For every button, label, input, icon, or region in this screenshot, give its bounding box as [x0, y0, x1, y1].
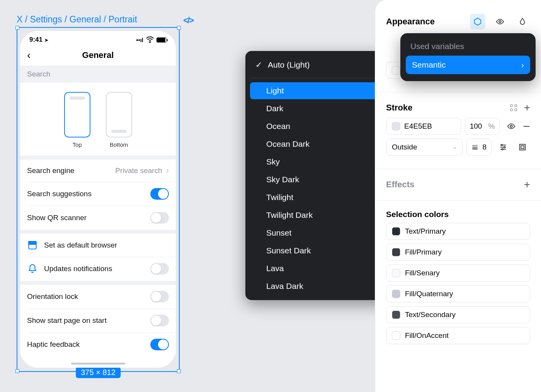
stroke-settings-icon[interactable] — [495, 139, 511, 155]
color-swatch[interactable] — [392, 122, 400, 131]
status-bar: 9:41 ➤ ••ıl — [20, 31, 176, 46]
row-show-qr[interactable]: Show QR scanner — [20, 206, 176, 230]
toggle[interactable] — [150, 188, 169, 200]
stroke-opacity-field[interactable]: 100% — [465, 118, 500, 135]
selection-colors-title: Selection colors — [386, 210, 449, 219]
row-orientation[interactable]: Orientation lock — [20, 285, 176, 309]
svg-point-13 — [501, 144, 503, 146]
svg-marker-4 — [475, 18, 481, 25]
inspector-panel: Appearance + Layer/Fl — [375, 0, 541, 392]
battery-icon — [157, 37, 167, 42]
styles-icon[interactable] — [510, 104, 517, 111]
dev-mode-icon[interactable]: </> — [183, 15, 193, 25]
theme-option[interactable]: Sunset — [250, 224, 386, 241]
theme-option[interactable]: Sunset Dark — [250, 242, 386, 259]
selection-color-pill[interactable]: Fill/Senary — [386, 265, 530, 282]
color-swatch[interactable] — [392, 290, 400, 298]
dimension-badge: 375 × 812 — [76, 367, 121, 378]
appearance-title: Appearance — [386, 17, 435, 27]
selection-color-pill[interactable]: Text/Secondary — [386, 306, 530, 323]
theme-option[interactable]: Twilight Dark — [250, 207, 386, 224]
theme-option[interactable]: Ocean — [250, 118, 386, 135]
phone-mockup: 9:41 ➤ ••ıl ‹ General Search Top Bottom — [20, 31, 176, 368]
theme-option[interactable]: Dark — [250, 100, 386, 117]
row-default-browser[interactable]: Set as default browser — [20, 234, 176, 257]
stroke-title: Stroke — [386, 103, 412, 113]
stroke-color-field[interactable]: E4E5EB — [386, 118, 461, 135]
toggle[interactable] — [150, 263, 169, 275]
selection-color-pill[interactable]: Fill/Primary — [386, 244, 530, 261]
layout-thumbs: Top Bottom — [20, 83, 176, 156]
theme-option[interactable]: Light — [250, 82, 386, 99]
selection-colors-section: Selection colors Text/PrimaryFill/Primar… — [375, 204, 541, 354]
selection-color-pill[interactable]: Fill/OnAccent — [386, 327, 530, 344]
variables-icon[interactable] — [470, 14, 485, 29]
svg-point-14 — [504, 146, 505, 148]
theme-option[interactable]: Sky — [250, 153, 386, 170]
row-value: Private search — [115, 166, 169, 176]
toggle[interactable] — [150, 212, 169, 224]
color-swatch[interactable] — [392, 248, 400, 256]
used-variables-popover[interactable]: Used variables Semantic — [400, 33, 536, 81]
add-effect-button[interactable]: + — [524, 178, 530, 191]
toggle[interactable] — [150, 339, 169, 350]
svg-rect-17 — [521, 146, 524, 148]
row-search-engine[interactable]: Search engine Private search — [20, 160, 176, 182]
row-updates[interactable]: Updates notifications — [20, 257, 176, 281]
resize-handle-tr[interactable] — [177, 26, 181, 30]
resize-handle-br[interactable] — [177, 369, 181, 373]
row-haptic[interactable]: Haptic feedback — [20, 333, 176, 356]
svg-point-3 — [32, 243, 33, 244]
svg-point-0 — [150, 42, 150, 43]
color-swatch[interactable] — [392, 269, 400, 277]
theme-option[interactable]: Ocean Dark — [250, 136, 386, 153]
effects-title: Effects — [386, 180, 414, 190]
resize-handle-tl[interactable] — [15, 26, 19, 30]
search-input[interactable]: Search — [20, 66, 176, 83]
eye-icon[interactable] — [492, 14, 508, 29]
popover-title: Used variables — [406, 40, 530, 56]
back-button[interactable]: ‹ — [27, 49, 31, 61]
add-stroke-button[interactable]: + — [524, 102, 530, 114]
color-swatch[interactable] — [392, 66, 400, 75]
toggle[interactable] — [150, 291, 169, 302]
theme-dropdown-header[interactable]: Auto (Light) — [245, 56, 391, 74]
selection-color-pill[interactable]: Text/Primary — [386, 223, 530, 240]
stroke-section: Stroke + E4E5EB 100% − Outside ⌄ — [375, 95, 541, 166]
browser-icon — [27, 240, 38, 251]
color-swatch[interactable] — [392, 331, 400, 340]
theme-option[interactable]: Sky Dark — [250, 171, 386, 188]
thumb-bottom[interactable]: Bottom — [106, 92, 132, 148]
theme-option[interactable]: Lava — [250, 260, 386, 277]
theme-dropdown[interactable]: Auto (Light) LightDarkOceanOcean DarkSky… — [245, 51, 391, 300]
stroke-advanced-icon[interactable] — [515, 139, 530, 155]
breadcrumb[interactable]: X / Settings / General / Portrait — [17, 14, 137, 25]
svg-rect-16 — [520, 144, 526, 150]
blend-icon[interactable] — [515, 14, 530, 29]
check-icon — [255, 60, 262, 70]
stroke-position-select[interactable]: Outside ⌄ — [386, 139, 463, 156]
stroke-width-field[interactable]: 8 — [466, 139, 492, 156]
signal-icon: ••ıl — [136, 37, 143, 43]
theme-option[interactable]: Twilight — [250, 189, 386, 206]
thumb-top[interactable]: Top — [64, 92, 90, 148]
theme-option[interactable]: Lava Dark — [250, 278, 386, 295]
color-swatch[interactable] — [392, 227, 400, 236]
variable-item-semantic[interactable]: Semantic — [406, 56, 530, 74]
thumb-bottom-label: Bottom — [110, 141, 128, 148]
row-search-suggestions[interactable]: Search suggestions — [20, 182, 176, 206]
selection-color-pill[interactable]: Fill/Quaternary — [386, 285, 530, 302]
effects-section: Effects + — [375, 172, 541, 197]
svg-point-6 — [510, 125, 513, 127]
appearance-section: Appearance — [375, 8, 541, 36]
home-indicator — [71, 363, 125, 365]
status-time: 9:41 ➤ — [29, 36, 48, 44]
toggle[interactable] — [150, 315, 169, 326]
page-title: General — [82, 50, 114, 60]
eye-icon[interactable] — [504, 119, 519, 134]
wifi-icon — [146, 36, 154, 44]
svg-point-5 — [499, 20, 501, 23]
row-start-page[interactable]: Show start page on start — [20, 309, 176, 333]
resize-handle-bl[interactable] — [15, 369, 19, 373]
color-swatch[interactable] — [392, 311, 400, 319]
